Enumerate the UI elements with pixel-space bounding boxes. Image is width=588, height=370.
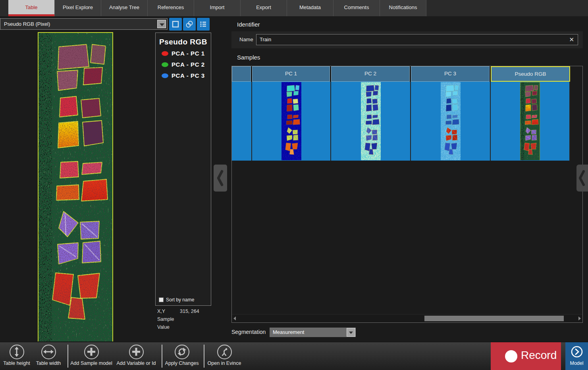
layer-select[interactable]: Pseudo RGB (Pixel)	[0, 18, 168, 30]
apply-changes-button[interactable]: Apply Changes	[160, 344, 204, 366]
add-sample-model-button[interactable]: Add Sample model	[66, 344, 117, 366]
tab-references[interactable]: References	[148, 0, 194, 16]
samples-body-row	[232, 82, 582, 161]
column-header-pc2[interactable]: PC 2	[331, 66, 411, 82]
sort-by-name-row[interactable]: Sort by name	[159, 297, 194, 303]
chevron-right-circle-icon	[570, 345, 584, 358]
tab-notifications[interactable]: Notifications	[380, 0, 426, 16]
scroll-left-arrow[interactable]	[233, 316, 236, 320]
tab-import[interactable]: Import	[194, 0, 241, 16]
tab-bar-spacer	[0, 0, 8, 16]
scroll-right-arrow[interactable]	[578, 316, 581, 320]
chevron-left-icon	[214, 165, 227, 192]
column-header-pseudo-rgb[interactable]: Pseudo RGB	[491, 66, 570, 82]
specimen-image-main[interactable]	[38, 32, 113, 341]
column-header-pc1[interactable]: PC 1	[252, 66, 331, 82]
probe-xy-row: X,Y315, 264	[157, 309, 217, 316]
tab-table[interactable]: Table	[8, 0, 55, 16]
probe-value-row: Value	[157, 324, 217, 332]
square-icon	[171, 20, 180, 29]
horizontal-scrollbar[interactable]	[232, 314, 582, 322]
refresh-icon	[175, 345, 188, 358]
samples-section-label: Samples	[237, 54, 260, 61]
chevron-down-icon	[349, 332, 353, 334]
name-field-label: Name	[239, 36, 253, 42]
link-icon	[185, 20, 194, 29]
layer-select-arrow-button[interactable]	[157, 20, 166, 28]
legend-item-pc1[interactable]: PCA - PC 1	[162, 50, 211, 58]
collapse-left-panel-button[interactable]	[214, 165, 227, 192]
legend-panel: Pseudo RGB PCA - PC 1 PCA - PC 2 PCA - P…	[155, 33, 211, 306]
tab-metadata[interactable]: Metadata	[287, 0, 334, 16]
segmentation-label: Segmentation	[231, 329, 266, 335]
sample-thumbnail-pc1[interactable]	[281, 82, 301, 160]
layer-select-value: Pseudo RGB (Pixel)	[4, 21, 50, 27]
list-options-button[interactable]	[197, 18, 210, 31]
sample-thumbnail-pc2[interactable]	[361, 82, 381, 160]
model-button[interactable]: Model	[565, 342, 588, 370]
legend-item-pc3[interactable]: PCA - PC 3	[162, 72, 211, 80]
sample-cell-pc3[interactable]	[411, 82, 491, 161]
row-header-cell[interactable]	[232, 82, 252, 161]
tab-analyse-tree[interactable]: Analyse Tree	[101, 0, 148, 16]
record-button[interactable]: Record	[491, 342, 561, 370]
sample-cell-pc1[interactable]	[252, 82, 331, 161]
list-icon	[199, 20, 208, 29]
tab-bar: Table Pixel Explore Analyse Tree Referen…	[0, 0, 588, 16]
sample-thumbnail-pseudo-rgb[interactable]	[520, 82, 540, 160]
open-in-evince-button[interactable]: Open in Evince	[202, 344, 246, 366]
tab-comments[interactable]: Comments	[334, 0, 380, 16]
name-input[interactable]: Train ✕	[256, 34, 578, 45]
chevron-left-icon	[576, 165, 588, 192]
add-icon	[85, 345, 98, 358]
samples-header-row: PC 1 PC 2 PC 3 Pseudo RGB	[232, 66, 582, 82]
samples-corner-cell	[232, 66, 252, 82]
add-variable-button[interactable]: Add Variable or Id	[110, 344, 162, 366]
legend-swatch-green	[162, 62, 168, 67]
identifier-section-label: Identifier	[237, 21, 260, 28]
legend-item-pc2[interactable]: PCA - PC 2	[162, 61, 211, 69]
sample-cell-pc2[interactable]	[331, 82, 411, 161]
tab-export[interactable]: Export	[241, 0, 287, 16]
legend-swatch-blue	[162, 73, 168, 78]
legend-title: Pseudo RGB	[156, 38, 211, 46]
probe-xy-value: 315, 264	[180, 309, 199, 314]
link-views-button[interactable]	[183, 18, 196, 31]
sort-by-name-checkbox[interactable]	[159, 297, 164, 302]
add-icon	[130, 345, 143, 358]
clear-name-icon[interactable]: ✕	[569, 35, 574, 45]
zoom-box-button[interactable]	[169, 18, 182, 31]
segmentation-dropdown[interactable]: Measurement	[270, 328, 356, 337]
probe-sample-row: Sample	[157, 316, 217, 324]
column-header-pc3[interactable]: PC 3	[411, 66, 491, 82]
table-width-button[interactable]: Table width	[27, 344, 70, 366]
segmentation-dropdown-arrow[interactable]	[347, 328, 355, 337]
resize-horizontal-icon	[42, 345, 55, 358]
open-external-icon	[218, 345, 231, 358]
scrollbar-thumb[interactable]	[424, 316, 564, 321]
samples-panel: PC 1 PC 2 PC 3 Pseudo RGB	[231, 66, 583, 323]
chevron-down-icon	[160, 23, 164, 26]
tab-pixel-explore[interactable]: Pixel Explore	[55, 0, 101, 16]
resize-vertical-icon	[10, 345, 23, 358]
legend-swatch-red	[162, 51, 168, 56]
collapse-right-panel-button[interactable]	[576, 165, 588, 192]
sample-thumbnail-pc3[interactable]	[441, 82, 461, 160]
record-dot-icon	[505, 350, 517, 362]
sample-cell-pseudo-rgb[interactable]	[491, 82, 570, 161]
bottom-toolbar: Table height Table width Add Sample mode…	[0, 342, 588, 370]
